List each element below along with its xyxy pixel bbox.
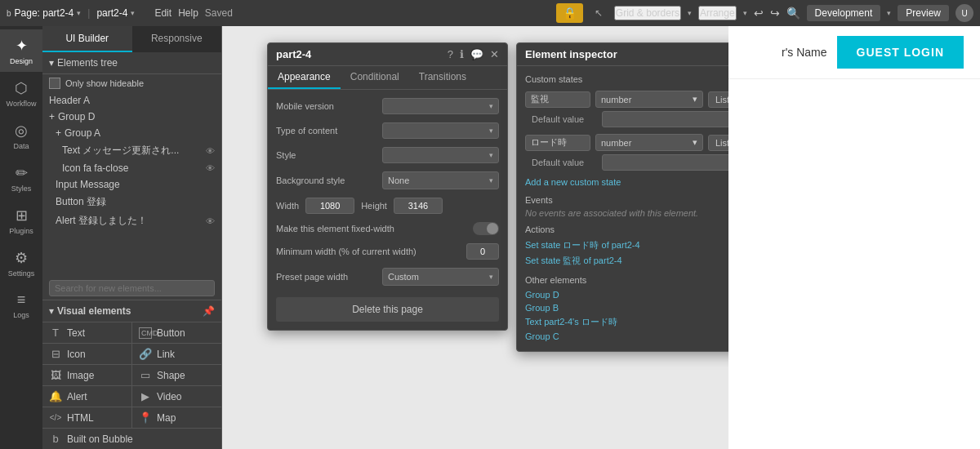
state1-name-input[interactable] <box>525 91 590 108</box>
plugins-icon: ⊞ <box>16 207 28 224</box>
elements-tree-toggle[interactable]: ▾ <box>49 57 54 69</box>
height-input[interactable] <box>394 198 443 214</box>
preview-button[interactable]: Preview <box>898 5 949 21</box>
action-item-1[interactable]: Set state ロード時 of part2-4 <box>525 238 752 253</box>
preset-select[interactable]: Custom ▾ <box>382 268 499 286</box>
ve-icon-label: Icon <box>67 349 86 360</box>
user-avatar[interactable]: U <box>956 4 973 22</box>
sidebar-item-design[interactable]: ✦ Design <box>0 29 42 72</box>
height-label: Height <box>361 201 387 211</box>
type-content-select[interactable]: ▾ <box>382 122 499 139</box>
ve-link[interactable]: 🔗 Link <box>132 344 221 364</box>
min-width-input[interactable] <box>466 243 499 260</box>
el-alert-eye[interactable]: 👁 <box>206 216 215 226</box>
ve-map[interactable]: 📍 Map <box>132 407 221 428</box>
ve-link-icon: 🔗 <box>139 348 152 360</box>
page-dropdown-arrow[interactable]: ▾ <box>77 9 81 17</box>
guest-login-button[interactable]: GUEST LOGIN <box>837 36 964 69</box>
ve-alert[interactable]: 🔔 Alert <box>42 386 131 407</box>
tab-ui-builder[interactable]: UI Builder <box>42 26 132 52</box>
state2-name-input[interactable] <box>525 135 590 151</box>
el-button-reg[interactable]: Button 登録 <box>42 193 221 211</box>
part24-help-icon[interactable]: ? <box>448 48 453 60</box>
mobile-version-select[interactable]: ▾ <box>382 98 499 114</box>
redo-button[interactable]: ↪ <box>770 7 780 20</box>
edit-menu[interactable]: Edit <box>154 7 172 19</box>
add-custom-state-link[interactable]: Add a new custom state <box>525 177 752 187</box>
bg-style-label: Background style <box>276 176 382 185</box>
ve-video[interactable]: ▶ Video <box>132 386 221 407</box>
el-group-d[interactable]: + Group D <box>42 109 221 125</box>
lock-button[interactable]: 🔒 <box>556 3 583 23</box>
other-el-group-d[interactable]: Group D <box>525 288 752 301</box>
sidebar-item-styles[interactable]: ✏ Styles <box>0 157 42 199</box>
other-el-text[interactable]: Text part2-4's ロード時 <box>525 314 752 330</box>
state1-type-select[interactable]: number ▾ <box>595 91 703 108</box>
sidebar-icons: ✦ Design ⬡ Workflow ◎ Data ✏ Styles ⊞ Pl… <box>0 26 42 449</box>
el-input-msg[interactable]: Input Message <box>42 176 221 193</box>
users-name-text: r's Name <box>782 46 827 59</box>
sidebar-item-settings[interactable]: ⚙ Settings <box>0 242 42 284</box>
development-button[interactable]: Development <box>807 5 881 21</box>
sidebar-item-data[interactable]: ◎ Data <box>0 114 42 157</box>
ve-text[interactable]: T Text <box>42 322 131 343</box>
grid-borders-dropdown[interactable]: ▾ <box>688 9 692 17</box>
el-header-a[interactable]: Header A <box>42 92 221 109</box>
undo-button[interactable]: ↩ <box>754 7 764 20</box>
only-show-hideable-checkbox[interactable] <box>49 78 60 89</box>
tab-appearance[interactable]: Appearance <box>268 66 341 89</box>
ve-builton[interactable]: b Built on Bubble <box>42 429 221 449</box>
tab-responsive[interactable]: Responsive <box>132 26 222 52</box>
other-el-group-c[interactable]: Group C <box>525 330 752 343</box>
el-text-msg[interactable]: Text メッセージ更新され... 👁 <box>42 141 221 160</box>
visual-elements-toggle[interactable]: ▾ <box>49 305 54 317</box>
page-id-dropdown[interactable]: ▾ <box>131 9 135 17</box>
part24-comment-icon[interactable]: 💬 <box>470 48 483 60</box>
tab-transitions[interactable]: Transitions <box>409 66 476 89</box>
min-width-label: Minimum width (% of current width) <box>276 247 460 256</box>
el-group-a[interactable]: + Group A <box>42 125 221 141</box>
el-icon-fa[interactable]: Icon fa fa-close 👁 <box>42 160 221 176</box>
el-alert-reg[interactable]: Alert 登録しました！ 👁 <box>42 211 221 230</box>
only-show-hideable-row: Only show hideable <box>42 74 221 92</box>
width-input[interactable] <box>305 198 354 214</box>
search-elements-input[interactable] <box>49 280 215 296</box>
arrange-dropdown[interactable]: ▾ <box>743 9 747 17</box>
action-item-2[interactable]: Set state 監視 of part2-4 <box>525 253 752 269</box>
fixed-width-toggle[interactable] <box>473 222 499 235</box>
other-el-group-b[interactable]: Group B <box>525 301 752 314</box>
ve-shape[interactable]: ▭ Shape <box>132 365 221 385</box>
part24-close-button[interactable]: ✕ <box>490 48 499 60</box>
el-header-a-label: Header A <box>49 95 90 106</box>
sidebar-item-plugins[interactable]: ⊞ Plugins <box>0 199 42 242</box>
ve-html[interactable]: </> HTML <box>42 407 131 428</box>
type-content-row: Type of content ▾ <box>276 122 499 139</box>
sidebar-item-workflow[interactable]: ⬡ Workflow <box>0 72 42 114</box>
dev-dropdown[interactable]: ▾ <box>887 9 891 17</box>
mobile-version-row: Mobile version ▾ <box>276 98 499 114</box>
arrange-button[interactable]: Arrange <box>698 6 737 20</box>
ve-icon[interactable]: ⊟ Icon <box>42 344 131 364</box>
settings-label: Settings <box>8 269 35 278</box>
el-text-msg-label: Text メッセージ更新され... <box>62 144 179 158</box>
state2-type-select[interactable]: number ▾ <box>595 134 703 151</box>
el-text-msg-eye[interactable]: 👁 <box>206 146 215 156</box>
el-group-d-label: Group D <box>58 111 95 122</box>
search-button[interactable]: 🔍 <box>786 7 800 20</box>
el-icon-fa-eye[interactable]: 👁 <box>206 163 215 173</box>
part24-info-icon[interactable]: ℹ <box>460 48 464 60</box>
pointer-tool[interactable]: ↖ <box>590 6 608 20</box>
delete-page-button[interactable]: Delete this page <box>276 297 499 322</box>
pin-icon[interactable]: 📌 <box>203 305 215 317</box>
el-group-a-label: Group A <box>65 127 100 139</box>
ve-image[interactable]: 🖼 Image <box>42 365 131 385</box>
style-select[interactable]: ▾ <box>382 147 499 163</box>
sidebar-item-logs[interactable]: ≡ Logs <box>0 284 42 327</box>
help-menu[interactable]: Help <box>178 7 198 19</box>
tab-conditional[interactable]: Conditional <box>341 66 409 89</box>
grid-borders-button[interactable]: Grid & borders <box>614 6 681 20</box>
ve-button[interactable]: CMD Button <box>132 322 221 343</box>
bg-style-select[interactable]: None ▾ <box>382 171 499 189</box>
part24-title: part2-4 <box>276 48 448 60</box>
fixed-width-row: Make this element fixed-width <box>276 222 499 235</box>
